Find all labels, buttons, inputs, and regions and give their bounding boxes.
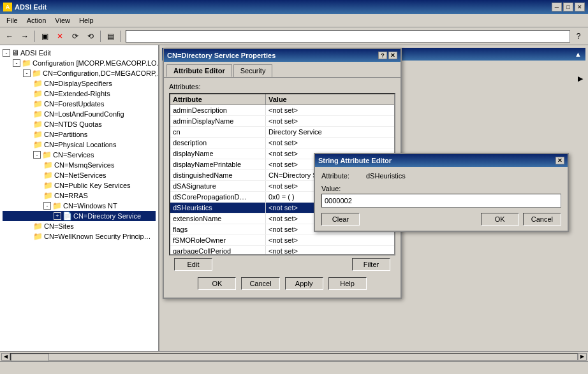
tree-item-config[interactable]: - 📁 Configuration [MCORP.MEGACORP.LO… xyxy=(3,58,156,68)
ds-props-close-btn[interactable]: ✕ xyxy=(388,52,397,59)
tree-directory-service[interactable]: + 📄 CN=Directory Service xyxy=(3,211,156,221)
services-expander[interactable]: - xyxy=(33,151,41,159)
tab-security[interactable]: Security xyxy=(233,64,273,77)
attribute-value-display: dSHeuristics xyxy=(366,172,406,180)
root-expander[interactable]: - xyxy=(3,49,10,57)
tree-forest-updates[interactable]: 📁 CN=ForestUpdates xyxy=(3,99,156,109)
properties-button[interactable]: ▤ xyxy=(103,29,117,43)
tree-ntds-quotas[interactable]: 📁 CN=NTDS Quotas xyxy=(3,119,156,129)
attr-name: garbageCollPeriod xyxy=(170,246,266,255)
back-button[interactable]: ← xyxy=(3,29,17,43)
help-button[interactable]: ? xyxy=(571,29,585,43)
folder-icon-17: 📁 xyxy=(33,232,43,241)
tree-root-label: ADSI Edit xyxy=(20,49,51,57)
folder-icon-16: 📁 xyxy=(33,222,43,231)
str-cancel-button[interactable]: Cancel xyxy=(523,213,561,226)
attr-row-fsmo[interactable]: fSMORoleOwner <not set> xyxy=(170,235,394,246)
folder-icon-7: 📁 xyxy=(33,120,43,129)
dir-service-expander[interactable]: + xyxy=(54,212,61,220)
refresh-button[interactable]: ⟳ xyxy=(68,29,82,43)
tree-msmq[interactable]: 📁 CN=MsmqServices xyxy=(3,160,156,170)
menu-help[interactable]: Help xyxy=(75,15,98,25)
tree-sites[interactable]: 📁 CN=Sites xyxy=(3,221,156,231)
scroll-thumb[interactable] xyxy=(11,354,49,361)
attr-name: adminDisplayName xyxy=(170,116,266,126)
attr-row-admin-desc[interactable]: adminDescription <not set> xyxy=(170,105,394,116)
attr-row-admin-display[interactable]: adminDisplayName <not set> xyxy=(170,116,394,127)
clear-button[interactable]: Clear xyxy=(321,213,360,226)
toolbar-sep-1 xyxy=(34,31,35,42)
str-attr-ok-cancel: OK Cancel xyxy=(481,213,561,226)
attr-row-garbage[interactable]: garbageCollPeriod <not set> xyxy=(170,246,394,255)
export-button[interactable]: ⟲ xyxy=(84,29,98,43)
title-bar-buttons: ─ □ ✕ xyxy=(552,3,585,11)
folder-icon-6: 📁 xyxy=(33,110,43,119)
col-value: Value xyxy=(266,94,394,104)
close-button[interactable]: ✕ xyxy=(575,3,585,11)
tree-physical-loc[interactable]: 📁 CN=Physical Locations xyxy=(3,140,156,150)
tree-display-specifiers[interactable]: 📁 CN=DisplaySpecifiers xyxy=(3,78,156,89)
tree-sites-label: CN=Sites xyxy=(44,222,74,230)
tree-public-key[interactable]: 📁 CN=Public Key Services xyxy=(3,180,156,191)
attribute-label: Attribute: xyxy=(321,172,366,180)
tree-windows-nt-label: CN=Windows NT xyxy=(63,202,117,210)
attr-value: <not set> xyxy=(266,105,394,115)
menu-action[interactable]: Action xyxy=(23,15,50,25)
tree-services[interactable]: - 📁 CN=Services xyxy=(3,150,156,160)
tab-attribute-editor[interactable]: Attribute Editor xyxy=(166,64,232,77)
menu-view[interactable]: View xyxy=(51,15,74,25)
tree-public-key-label: CN=Public Key Services xyxy=(54,182,131,189)
menu-file[interactable]: File xyxy=(3,15,22,25)
attr-name: fSMORoleOwner xyxy=(170,235,266,245)
scroll-track[interactable] xyxy=(10,353,578,361)
attr-row-cn[interactable]: cn Directory Service xyxy=(170,127,394,138)
ds-apply-button[interactable]: Apply xyxy=(285,277,323,290)
forward-button[interactable]: → xyxy=(18,29,32,43)
folder-icon-12: 📁 xyxy=(43,171,53,180)
tree-wellknown-label: CN=WellKnown Security Princip… xyxy=(44,233,151,240)
tree-root[interactable]: - 🖥 ADSI Edit xyxy=(3,48,156,58)
dir-service-icon: 📄 xyxy=(62,212,72,220)
tree-lost-found[interactable]: 📁 CN=LostAndFoundConfig xyxy=(3,109,156,119)
root-icon: 🖥 xyxy=(11,48,19,57)
more-actions-chevron: ▶ xyxy=(578,75,583,83)
chevron-up-icon: ▲ xyxy=(575,50,582,58)
tree-net-services[interactable]: 📁 CN=NetServices xyxy=(3,170,156,180)
tree-windows-nt[interactable]: - 📁 CN=Windows NT xyxy=(3,201,156,211)
tree-item-cn-config[interactable]: - 📁 CN=Configuration,DC=MEGACORP,… xyxy=(3,68,156,78)
value-input[interactable] xyxy=(321,194,561,208)
ds-ok-button[interactable]: OK xyxy=(198,277,236,290)
ds-help-button[interactable]: Help xyxy=(328,277,367,290)
bottom-scrollbar: ◀ ▶ xyxy=(0,351,588,361)
filter-button[interactable]: Filter xyxy=(352,258,390,271)
toolbar-sep-2 xyxy=(100,31,101,42)
str-ok-button[interactable]: OK xyxy=(481,213,519,226)
tree-partitions[interactable]: 📁 CN=Partitions xyxy=(3,129,156,140)
maximize-button[interactable]: □ xyxy=(563,3,573,11)
value-label: Value: xyxy=(321,185,561,192)
ds-props-help-btn[interactable]: ? xyxy=(378,52,387,59)
str-attr-body: Attribute: dSHeuristics Value: Clear OK … xyxy=(315,167,568,231)
attr-row-description[interactable]: description <not set> xyxy=(170,138,394,148)
up-button[interactable]: ▣ xyxy=(38,29,52,43)
address-bar[interactable] xyxy=(126,30,570,43)
folder-icon-11: 📁 xyxy=(43,161,53,169)
minimize-button[interactable]: ─ xyxy=(552,3,562,11)
delete-button[interactable]: ✕ xyxy=(53,29,67,43)
str-attr-close-btn[interactable]: ✕ xyxy=(555,157,564,164)
tree-extended-rights[interactable]: 📁 CN=Extended-Rights xyxy=(3,89,156,99)
edit-button[interactable]: Edit xyxy=(174,258,212,271)
scroll-right-btn[interactable]: ▶ xyxy=(578,353,587,361)
cn-config-expander[interactable]: - xyxy=(23,69,31,77)
tree-extended-rights-label: CN=Extended-Rights xyxy=(44,90,110,97)
config-expander[interactable]: - xyxy=(13,59,20,67)
windows-nt-expander[interactable]: - xyxy=(43,202,51,210)
folder-icon-9: 📁 xyxy=(33,140,43,149)
tree-wellknown[interactable]: 📁 CN=WellKnown Security Princip… xyxy=(3,231,156,241)
attr-name: cn xyxy=(170,127,266,137)
ds-cancel-button[interactable]: Cancel xyxy=(241,277,279,290)
ds-props-title-bar: CN=Directory Service Properties ? ✕ xyxy=(164,49,401,62)
scroll-left-btn[interactable]: ◀ xyxy=(1,353,10,361)
tree-rras[interactable]: 📁 CN=RRAS xyxy=(3,191,156,201)
status-bar xyxy=(0,361,588,374)
